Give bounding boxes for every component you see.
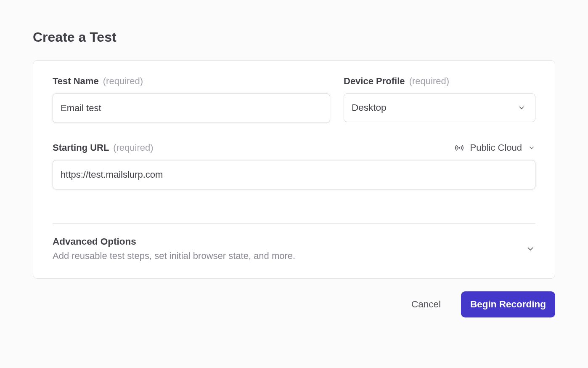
environment-selector[interactable]: Public Cloud	[455, 142, 535, 153]
advanced-options-description: Add reusable test steps, set initial bro…	[53, 251, 295, 261]
create-test-card: Test Name (required) Device Profile (req…	[33, 60, 555, 279]
test-name-label: Test Name (required)	[53, 76, 330, 87]
advanced-options-toggle[interactable]: Advanced Options Add reusable test steps…	[53, 236, 535, 261]
divider	[53, 223, 535, 224]
chevron-down-icon	[517, 104, 526, 112]
device-profile-required-hint: (required)	[409, 76, 449, 86]
advanced-options-title: Advanced Options	[53, 236, 295, 247]
footer-actions: Cancel Begin Recording	[33, 291, 555, 317]
chevron-down-icon	[528, 144, 535, 152]
broadcast-icon	[455, 143, 464, 152]
test-name-required-hint: (required)	[103, 76, 143, 86]
starting-url-field: Starting URL (required) Public Cloud	[53, 142, 535, 189]
test-name-field: Test Name (required)	[53, 76, 330, 123]
starting-url-label: Starting URL (required)	[53, 142, 154, 153]
page-title: Create a Test	[33, 29, 555, 45]
svg-point-0	[458, 147, 460, 149]
device-profile-select[interactable]: Desktop	[344, 93, 535, 122]
starting-url-label-text: Starting URL	[53, 142, 109, 153]
starting-url-input[interactable]	[53, 160, 535, 189]
chevron-down-icon	[525, 244, 535, 254]
environment-selected: Public Cloud	[470, 142, 522, 153]
test-name-label-text: Test Name	[53, 76, 99, 86]
starting-url-required-hint: (required)	[113, 142, 153, 153]
cancel-button[interactable]: Cancel	[410, 293, 442, 316]
device-profile-label-text: Device Profile	[344, 76, 405, 86]
begin-recording-button[interactable]: Begin Recording	[461, 291, 555, 317]
device-profile-selected: Desktop	[352, 102, 387, 113]
device-profile-field: Device Profile (required) Desktop	[344, 76, 535, 122]
test-name-input[interactable]	[53, 93, 330, 123]
device-profile-label: Device Profile (required)	[344, 76, 535, 87]
